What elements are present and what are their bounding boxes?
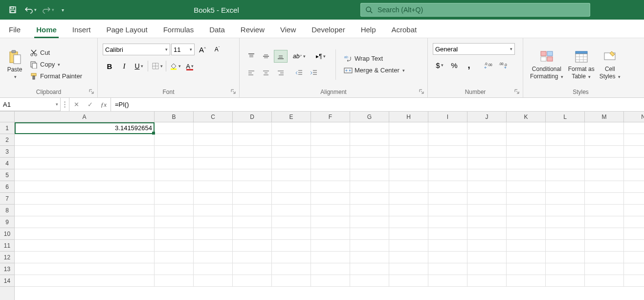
cell-M5[interactable] <box>585 169 624 181</box>
cell-E1[interactable] <box>272 122 311 134</box>
cell-N12[interactable] <box>624 252 644 263</box>
cut-button[interactable]: Cut <box>27 47 84 58</box>
cell-C14[interactable] <box>194 275 233 287</box>
search-box[interactable] <box>360 3 590 17</box>
cell-B9[interactable] <box>155 216 194 228</box>
column-header-I[interactable]: I <box>428 112 467 122</box>
cell-N11[interactable] <box>624 240 644 252</box>
cell-L2[interactable] <box>546 134 585 146</box>
cell-J12[interactable] <box>467 252 507 263</box>
cell-C9[interactable] <box>194 216 233 228</box>
cell-D3[interactable] <box>233 146 272 158</box>
cell-A10[interactable] <box>15 228 155 240</box>
cell-F3[interactable] <box>311 146 350 158</box>
cell-H9[interactable] <box>389 216 428 228</box>
decrease-font-button[interactable]: Aˇ <box>210 43 224 56</box>
row-header-12[interactable]: 12 <box>0 252 14 263</box>
customize-qat-button[interactable]: ▾ <box>59 3 67 17</box>
cell-L10[interactable] <box>546 228 585 240</box>
cell-N9[interactable] <box>624 216 644 228</box>
cell-E13[interactable] <box>272 263 311 275</box>
cell-D4[interactable] <box>233 158 272 169</box>
cell-L14[interactable] <box>546 275 585 287</box>
cell-N1[interactable] <box>624 122 644 134</box>
cell-B1[interactable] <box>155 122 194 134</box>
cell-B11[interactable] <box>155 240 194 252</box>
cell-B13[interactable] <box>155 263 194 275</box>
cell-I12[interactable] <box>428 252 467 263</box>
cell-K8[interactable] <box>507 205 546 216</box>
cell-D14[interactable] <box>233 275 272 287</box>
cell-L13[interactable] <box>546 263 585 275</box>
cell-B8[interactable] <box>155 205 194 216</box>
cell-B4[interactable] <box>155 158 194 169</box>
tab-review[interactable]: Review <box>239 22 266 38</box>
cell-I14[interactable] <box>428 275 467 287</box>
cell-M8[interactable] <box>585 205 624 216</box>
cell-M13[interactable] <box>585 263 624 275</box>
cell-A7[interactable] <box>15 193 155 205</box>
cell-G1[interactable] <box>350 122 389 134</box>
cell-D9[interactable] <box>233 216 272 228</box>
row-header-9[interactable]: 9 <box>0 216 14 228</box>
column-header-B[interactable]: B <box>155 112 194 122</box>
cell-F8[interactable] <box>311 205 350 216</box>
insert-function-button[interactable]: ƒx <box>97 101 111 109</box>
column-header-G[interactable]: G <box>350 112 389 122</box>
cell-M9[interactable] <box>585 216 624 228</box>
cell-F1[interactable] <box>311 122 350 134</box>
fill-color-button[interactable]: ▾ <box>168 60 182 72</box>
cell-B5[interactable] <box>155 169 194 181</box>
select-all-corner[interactable] <box>0 112 15 122</box>
cell-J10[interactable] <box>467 228 507 240</box>
cell-M14[interactable] <box>585 275 624 287</box>
cell-G4[interactable] <box>350 158 389 169</box>
cell-K5[interactable] <box>507 169 546 181</box>
cell-E2[interactable] <box>272 134 311 146</box>
cell-E14[interactable] <box>272 275 311 287</box>
cell-L7[interactable] <box>546 193 585 205</box>
formula-input[interactable] <box>111 98 644 111</box>
cell-J7[interactable] <box>467 193 507 205</box>
enter-formula-button[interactable]: ✓ <box>83 101 97 108</box>
cell-G12[interactable] <box>350 252 389 263</box>
cell-D1[interactable] <box>233 122 272 134</box>
row-header-6[interactable]: 6 <box>0 181 14 193</box>
cell-A1[interactable]: 3.141592654 <box>15 122 155 134</box>
cell-H4[interactable] <box>389 158 428 169</box>
cell-I9[interactable] <box>428 216 467 228</box>
cell-A13[interactable] <box>15 263 155 275</box>
cell-F4[interactable] <box>311 158 350 169</box>
cell-H11[interactable] <box>389 240 428 252</box>
cell-H3[interactable] <box>389 146 428 158</box>
cell-K7[interactable] <box>507 193 546 205</box>
cell-A3[interactable] <box>15 146 155 158</box>
cell-M2[interactable] <box>585 134 624 146</box>
cell-J2[interactable] <box>467 134 507 146</box>
cell-F11[interactable] <box>311 240 350 252</box>
name-box[interactable]: A1▾ <box>0 98 61 111</box>
font-dialog-launcher[interactable] <box>230 89 237 95</box>
bold-button[interactable]: B <box>103 60 116 72</box>
column-header-D[interactable]: D <box>233 112 272 122</box>
tab-help[interactable]: Help <box>359 22 378 38</box>
save-button[interactable] <box>6 3 20 17</box>
cell-I6[interactable] <box>428 181 467 193</box>
cell-styles-button[interactable]: CellStyles ▾ <box>598 48 622 81</box>
cell-B7[interactable] <box>155 193 194 205</box>
cell-F9[interactable] <box>311 216 350 228</box>
cell-D12[interactable] <box>233 252 272 263</box>
cell-F2[interactable] <box>311 134 350 146</box>
column-header-K[interactable]: K <box>507 112 546 122</box>
column-header-C[interactable]: C <box>194 112 233 122</box>
orientation-button[interactable]: ab▾ <box>292 50 306 63</box>
cell-M3[interactable] <box>585 146 624 158</box>
cell-K10[interactable] <box>507 228 546 240</box>
cell-J6[interactable] <box>467 181 507 193</box>
cell-A11[interactable] <box>15 240 155 252</box>
cell-H12[interactable] <box>389 252 428 263</box>
tab-developer[interactable]: Developer <box>310 22 347 38</box>
cell-N7[interactable] <box>624 193 644 205</box>
cell-N3[interactable] <box>624 146 644 158</box>
alignment-dialog-launcher[interactable] <box>419 89 425 95</box>
